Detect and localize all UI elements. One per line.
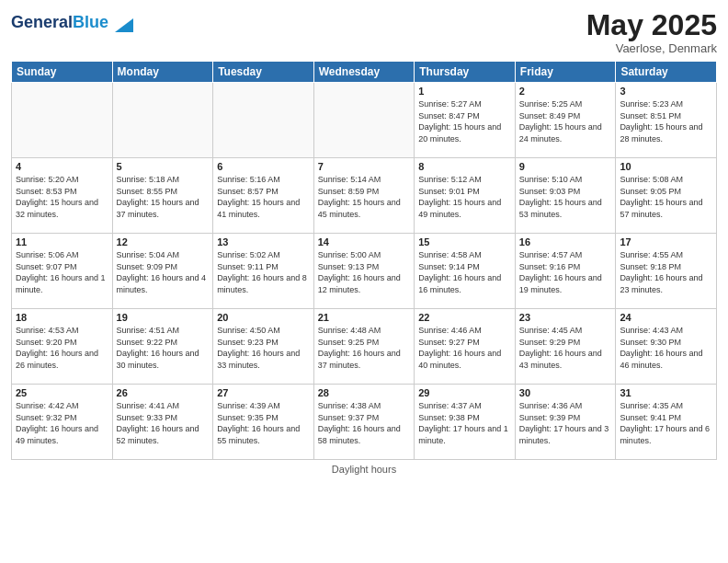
- calendar-cell: 23Sunrise: 4:45 AM Sunset: 9:29 PM Dayli…: [515, 309, 616, 385]
- day-number: 29: [418, 387, 511, 398]
- calendar-cell: 24Sunrise: 4:43 AM Sunset: 9:30 PM Dayli…: [616, 309, 717, 385]
- day-number: 3: [620, 86, 712, 97]
- calendar-cell: 21Sunrise: 4:48 AM Sunset: 9:25 PM Dayli…: [313, 309, 415, 385]
- calendar-cell: [313, 83, 415, 158]
- day-number: 4: [16, 161, 108, 172]
- day-info: Sunrise: 4:37 AM Sunset: 9:38 PM Dayligh…: [418, 400, 511, 446]
- day-number: 10: [620, 161, 712, 172]
- day-info: Sunrise: 5:04 AM Sunset: 9:09 PM Dayligh…: [117, 249, 210, 295]
- calendar-cell: 31Sunrise: 4:35 AM Sunset: 9:41 PM Dayli…: [616, 385, 717, 460]
- month-title: May 2025: [586, 9, 717, 41]
- calendar-cell: 8Sunrise: 5:12 AM Sunset: 9:01 PM Daylig…: [415, 158, 516, 234]
- calendar-cell: 30Sunrise: 4:36 AM Sunset: 9:39 PM Dayli…: [515, 385, 616, 460]
- footer: Daylight hours: [11, 464, 717, 475]
- day-number: 14: [318, 236, 411, 247]
- day-info: Sunrise: 4:38 AM Sunset: 9:37 PM Dayligh…: [318, 400, 411, 446]
- day-info: Sunrise: 4:50 AM Sunset: 9:23 PM Dayligh…: [217, 325, 310, 371]
- calendar-cell: 7Sunrise: 5:14 AM Sunset: 8:59 PM Daylig…: [313, 158, 415, 234]
- logo-general: General: [11, 13, 73, 31]
- day-number: 20: [217, 312, 310, 323]
- day-number: 22: [418, 312, 511, 323]
- calendar-day-header: Friday: [515, 62, 616, 83]
- day-info: Sunrise: 5:02 AM Sunset: 9:11 PM Dayligh…: [217, 249, 310, 295]
- day-number: 30: [519, 387, 612, 398]
- calendar-cell: [12, 83, 113, 158]
- calendar-week-row: 25Sunrise: 4:42 AM Sunset: 9:32 PM Dayli…: [12, 385, 717, 460]
- day-info: Sunrise: 4:43 AM Sunset: 9:30 PM Dayligh…: [620, 325, 712, 371]
- day-info: Sunrise: 4:55 AM Sunset: 9:18 PM Dayligh…: [620, 249, 712, 295]
- day-info: Sunrise: 4:42 AM Sunset: 9:32 PM Dayligh…: [16, 400, 108, 446]
- day-info: Sunrise: 5:00 AM Sunset: 9:13 PM Dayligh…: [318, 249, 411, 295]
- calendar-week-row: 1Sunrise: 5:27 AM Sunset: 8:47 PM Daylig…: [12, 83, 717, 158]
- calendar-cell: 10Sunrise: 5:08 AM Sunset: 9:05 PM Dayli…: [616, 158, 717, 234]
- location-subtitle: Vaerlose, Denmark: [586, 41, 717, 55]
- day-number: 16: [519, 236, 612, 247]
- calendar-cell: [213, 83, 314, 158]
- calendar-day-header: Thursday: [415, 62, 516, 83]
- day-number: 17: [620, 236, 712, 247]
- footer-label: Daylight hours: [332, 464, 396, 475]
- calendar-cell: 13Sunrise: 5:02 AM Sunset: 9:11 PM Dayli…: [213, 234, 314, 309]
- calendar-week-row: 11Sunrise: 5:06 AM Sunset: 9:07 PM Dayli…: [12, 234, 717, 309]
- day-info: Sunrise: 4:57 AM Sunset: 9:16 PM Dayligh…: [519, 249, 612, 295]
- calendar-header-row: SundayMondayTuesdayWednesdayThursdayFrid…: [12, 62, 717, 83]
- calendar-cell: 20Sunrise: 4:50 AM Sunset: 9:23 PM Dayli…: [213, 309, 314, 385]
- day-info: Sunrise: 5:20 AM Sunset: 8:53 PM Dayligh…: [16, 174, 108, 220]
- day-number: 7: [318, 161, 411, 172]
- calendar-cell: [112, 83, 213, 158]
- calendar-cell: 28Sunrise: 4:38 AM Sunset: 9:37 PM Dayli…: [313, 385, 415, 460]
- day-info: Sunrise: 4:48 AM Sunset: 9:25 PM Dayligh…: [318, 325, 411, 371]
- day-number: 13: [217, 236, 310, 247]
- day-info: Sunrise: 4:41 AM Sunset: 9:33 PM Dayligh…: [117, 400, 210, 446]
- calendar-cell: 19Sunrise: 4:51 AM Sunset: 9:22 PM Dayli…: [112, 309, 213, 385]
- calendar-cell: 12Sunrise: 5:04 AM Sunset: 9:09 PM Dayli…: [112, 234, 213, 309]
- day-info: Sunrise: 5:10 AM Sunset: 9:03 PM Dayligh…: [519, 174, 612, 220]
- calendar-day-header: Tuesday: [213, 62, 314, 83]
- day-number: 2: [519, 86, 612, 97]
- day-number: 19: [117, 312, 210, 323]
- calendar-week-row: 4Sunrise: 5:20 AM Sunset: 8:53 PM Daylig…: [12, 158, 717, 234]
- calendar-cell: 16Sunrise: 4:57 AM Sunset: 9:16 PM Dayli…: [515, 234, 616, 309]
- logo-blue: Blue: [73, 13, 108, 31]
- day-info: Sunrise: 5:06 AM Sunset: 9:07 PM Dayligh…: [16, 249, 108, 295]
- day-info: Sunrise: 4:46 AM Sunset: 9:27 PM Dayligh…: [418, 325, 511, 371]
- page: GeneralBlue May 2025 Vaerlose, Denmark S…: [0, 0, 728, 563]
- title-block: May 2025 Vaerlose, Denmark: [586, 9, 717, 55]
- day-number: 15: [418, 236, 511, 247]
- calendar-cell: 15Sunrise: 4:58 AM Sunset: 9:14 PM Dayli…: [415, 234, 516, 309]
- day-info: Sunrise: 4:45 AM Sunset: 9:29 PM Dayligh…: [519, 325, 612, 371]
- calendar-cell: 26Sunrise: 4:41 AM Sunset: 9:33 PM Dayli…: [112, 385, 213, 460]
- day-number: 26: [117, 387, 210, 398]
- day-number: 23: [519, 312, 612, 323]
- calendar-day-header: Wednesday: [313, 62, 415, 83]
- svg-marker-0: [115, 18, 133, 32]
- day-number: 12: [117, 236, 210, 247]
- day-number: 31: [620, 387, 712, 398]
- calendar-cell: 22Sunrise: 4:46 AM Sunset: 9:27 PM Dayli…: [415, 309, 516, 385]
- header: GeneralBlue May 2025 Vaerlose, Denmark: [11, 9, 717, 55]
- calendar-cell: 2Sunrise: 5:25 AM Sunset: 8:49 PM Daylig…: [515, 83, 616, 158]
- logo-icon: [110, 9, 138, 37]
- calendar-table: SundayMondayTuesdayWednesdayThursdayFrid…: [11, 61, 717, 460]
- calendar-cell: 1Sunrise: 5:27 AM Sunset: 8:47 PM Daylig…: [415, 83, 516, 158]
- day-number: 11: [16, 236, 108, 247]
- day-info: Sunrise: 5:14 AM Sunset: 8:59 PM Dayligh…: [318, 174, 411, 220]
- calendar-cell: 27Sunrise: 4:39 AM Sunset: 9:35 PM Dayli…: [213, 385, 314, 460]
- day-number: 5: [117, 161, 210, 172]
- calendar-cell: 4Sunrise: 5:20 AM Sunset: 8:53 PM Daylig…: [12, 158, 113, 234]
- day-number: 1: [418, 86, 511, 97]
- calendar-cell: 6Sunrise: 5:16 AM Sunset: 8:57 PM Daylig…: [213, 158, 314, 234]
- calendar-week-row: 18Sunrise: 4:53 AM Sunset: 9:20 PM Dayli…: [12, 309, 717, 385]
- day-number: 21: [318, 312, 411, 323]
- day-number: 24: [620, 312, 712, 323]
- calendar-cell: 11Sunrise: 5:06 AM Sunset: 9:07 PM Dayli…: [12, 234, 113, 309]
- calendar-day-header: Sunday: [12, 62, 113, 83]
- day-info: Sunrise: 5:23 AM Sunset: 8:51 PM Dayligh…: [620, 98, 712, 144]
- day-number: 9: [519, 161, 612, 172]
- calendar-cell: 29Sunrise: 4:37 AM Sunset: 9:38 PM Dayli…: [415, 385, 516, 460]
- day-number: 6: [217, 161, 310, 172]
- day-number: 25: [16, 387, 108, 398]
- day-info: Sunrise: 4:35 AM Sunset: 9:41 PM Dayligh…: [620, 400, 712, 446]
- day-info: Sunrise: 4:36 AM Sunset: 9:39 PM Dayligh…: [519, 400, 612, 446]
- calendar-day-header: Saturday: [616, 62, 717, 83]
